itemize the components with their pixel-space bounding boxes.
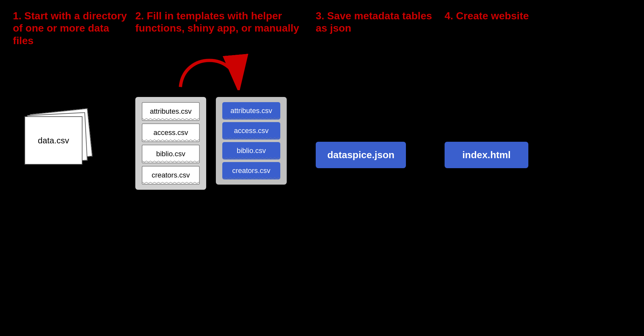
step-3-title: 3. Save metadata tables as json [316,10,438,39]
arrow-container [151,48,264,90]
data-csv-label: data.csv [38,136,69,146]
templates-box: attributes.csv access.csv biblio.csv cre… [135,97,206,190]
template-file-attributes: attributes.csv [142,102,200,121]
step-1-title: 1. Start with a directory of one or more… [13,10,129,47]
dataspice-json-box: dataspice.json [316,142,406,168]
metadata-file-creators: creators.csv [222,162,280,179]
main-container: 1. Start with a directory of one or more… [0,0,644,336]
step-3-column: 3. Save metadata tables as json dataspic… [316,10,445,168]
data-files-stack: data.csv [23,111,93,176]
metadata-file-attributes: attributes.csv [222,102,280,120]
templates-panel: Templates attributes.csv access.csv bibl… [135,84,206,190]
metadata-box: attributes.csv access.csv biblio.csv cre… [216,97,287,185]
step-4-column: 4. Create website index.html [445,10,567,168]
step-1-column: 1. Start with a directory of one or more… [13,10,135,176]
template-file-creators: creators.csv [142,166,200,185]
template-file-biblio: biblio.csv [142,145,200,163]
step-2-panels: Templates attributes.csv access.csv bibl… [135,84,287,190]
step-4-title: 4. Create website [445,10,529,39]
file-card-front: data.csv [24,116,82,165]
template-file-access: access.csv [142,123,200,142]
step-2-title: 2. Fill in templates with helper functio… [135,10,309,39]
metadata-file-access: access.csv [222,122,280,139]
metadata-panel: Metadata tables attributes.csv access.cs… [216,84,287,185]
step-2-column: 2. Fill in templates with helper functio… [135,10,316,190]
metadata-file-biblio: biblio.csv [222,142,280,159]
index-html-box: index.html [445,142,528,168]
